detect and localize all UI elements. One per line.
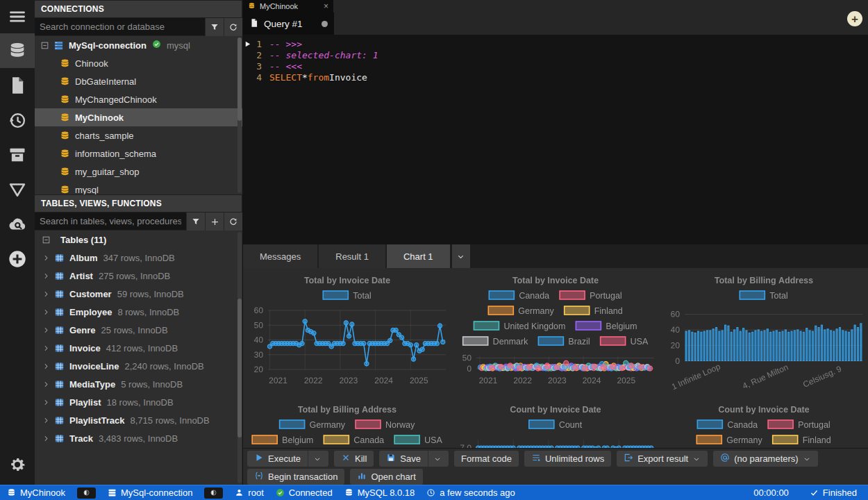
activity-diagrams-button[interactable] [0, 172, 35, 207]
connections-filter-button[interactable] [205, 18, 224, 36]
connection-search-input[interactable] [35, 18, 205, 35]
chart-cell-4 [451, 397, 660, 448]
table-icon [54, 325, 65, 335]
connection-item-my_guitar_shop[interactable]: my_guitar_shop [35, 162, 242, 181]
toolbar-format-code-button[interactable]: Format code [454, 451, 519, 467]
tables-group-row[interactable]: Tables (11) [35, 231, 242, 249]
chevron-right-icon [42, 290, 51, 299]
chevron-down-icon [456, 252, 465, 261]
connection-item-MyChangedChinook[interactable]: MyChangedChinook [35, 90, 242, 108]
chart-total-by-invoice-date [451, 268, 660, 397]
tables-search-row [35, 212, 242, 231]
activity-history-button[interactable] [0, 103, 35, 138]
sql-editor[interactable]: 1-- >>>2-- selected-chart: 13-- <<<4SELE… [243, 35, 868, 244]
settings-button[interactable] [0, 449, 35, 481]
table-item-Artist[interactable]: Artist275 rows, InnoDB [35, 267, 242, 285]
activity-archive-button[interactable] [0, 138, 35, 172]
toolbar-begin-transaction-button[interactable]: Begin transaction [247, 469, 344, 485]
activity-cloud-search-button[interactable] [0, 207, 35, 242]
connection-item-MySql-connection[interactable]: MySql-connectionmysql [35, 36, 242, 54]
main-area: MyChinook × Query #1 + 1-- >>>2-- select… [243, 0, 868, 485]
activity-menu-button[interactable] [0, 0, 35, 33]
chevron-right-icon [42, 380, 51, 389]
play-icon [254, 453, 264, 462]
table-icon [54, 307, 65, 317]
result-tabs-dropdown-button[interactable] [452, 244, 470, 268]
table-item-MediaType[interactable]: MediaType5 rows, InnoDB [35, 375, 242, 393]
toolbar--no-parameters--button[interactable]: (no parameters) [713, 451, 817, 467]
activity-bar [0, 0, 35, 485]
status-root: root [235, 488, 263, 498]
activity-database-button[interactable] [0, 33, 35, 68]
chevron-down-icon [692, 455, 701, 463]
table-icon [54, 271, 65, 281]
table-item-Invoice[interactable]: Invoice412 rows, InnoDB [35, 339, 242, 357]
database-yellow-icon [60, 149, 70, 159]
menu-icon [8, 8, 26, 26]
toolbar-split-dropdown[interactable] [308, 451, 322, 467]
connection-item-Chinook[interactable]: Chinook [35, 54, 242, 72]
new-tab-button[interactable]: + [847, 11, 862, 26]
table-item-Album[interactable]: Album347 rows, InnoDB [35, 249, 242, 267]
connection-item-MyChinook[interactable]: MyChinook [35, 108, 242, 126]
chart-total-by-invoice-date [243, 268, 451, 397]
activity-add-button[interactable] [0, 242, 35, 276]
chart-total-by-billing-address [660, 268, 868, 397]
tab-group-connection[interactable]: MyChinook × [243, 0, 334, 12]
activity-files-button[interactable] [0, 68, 35, 103]
color-badge[interactable] [204, 488, 223, 499]
editor-line: 4SELECT * from Invoice [243, 72, 868, 83]
table-icon [54, 361, 65, 372]
connection-item-mysql[interactable]: mysql [35, 181, 242, 194]
toolbar-split-dropdown[interactable] [428, 451, 442, 467]
toolbar-export-result-button[interactable]: Export result [617, 451, 708, 467]
connections-scrollbar[interactable] [237, 38, 242, 121]
toolbar-unlimited-rows-button[interactable]: Unlimited rows [524, 451, 611, 467]
chevron-right-icon [42, 434, 51, 443]
close-icon[interactable]: × [324, 1, 328, 11]
color-badge[interactable] [77, 488, 96, 499]
toolbar-open-chart-button[interactable]: Open chart [350, 469, 422, 485]
status-finished: Finished [810, 488, 857, 498]
tables-add-button[interactable] [205, 212, 224, 231]
table-icon [54, 343, 65, 353]
editor-line: 2-- selected-chart: 1 [243, 50, 868, 61]
server-icon [108, 488, 117, 497]
status-connected: Connected [276, 488, 333, 498]
tables-scrollbar[interactable] [237, 299, 242, 438]
connections-header-label: CONNECTIONS [41, 4, 104, 14]
tables-search-input[interactable] [35, 212, 186, 230]
server-icon [53, 40, 64, 51]
table-item-PlaylistTrack[interactable]: PlaylistTrack8,715 rows, InnoDB [35, 411, 242, 429]
table-item-Genre[interactable]: Genre25 rows, InnoDB [35, 321, 242, 339]
run-line-play-icon[interactable] [244, 40, 251, 48]
diagram-icon [8, 180, 27, 199]
check-icon [810, 488, 819, 497]
connection-item-DbGateInternal[interactable]: DbGateInternal [35, 72, 242, 90]
refresh-icon [228, 22, 238, 32]
connections-refresh-button[interactable] [224, 18, 242, 36]
table-item-Customer[interactable]: Customer59 rows, InnoDB [35, 285, 242, 303]
result-tab-result-1[interactable]: Result 1 [319, 244, 387, 268]
table-item-Employee[interactable]: Employee8 rows, InnoDB [35, 303, 242, 321]
tables-refresh-button[interactable] [224, 212, 242, 231]
table-item-Track[interactable]: Track3,483 rows, InnoDB [35, 429, 242, 447]
table-item-Playlist[interactable]: Playlist18 rows, InnoDB [35, 393, 242, 411]
connection-item-information_schema[interactable]: information_schema [35, 144, 242, 162]
tables-filter-button[interactable] [186, 212, 205, 231]
connection-item-charts_sample[interactable]: charts_sample [35, 126, 242, 144]
history-icon [8, 110, 27, 130]
toolbar-kill-button[interactable]: Kill [334, 451, 374, 467]
chevron-right-icon [42, 308, 51, 317]
tables-group-label: Tables (11) [60, 235, 106, 245]
result-tab-messages[interactable]: Messages [243, 244, 319, 268]
tab-query-1[interactable]: Query #1 [243, 12, 334, 35]
table-item-InvoiceLine[interactable]: InvoiceLine2,240 rows, InnoDB [35, 357, 242, 375]
toolbar-save-button[interactable]: Save [379, 451, 449, 467]
toolbar-execute-button[interactable]: Execute [247, 451, 328, 467]
color-dot-icon [83, 489, 90, 497]
unsaved-dot-icon [322, 21, 328, 27]
result-tab-chart-1[interactable]: Chart 1 [387, 244, 451, 268]
status-a-few-seconds-ago: a few seconds ago [426, 488, 515, 498]
connections-tree: MySql-connectionmysqlChinookDbGateIntern… [35, 36, 242, 194]
